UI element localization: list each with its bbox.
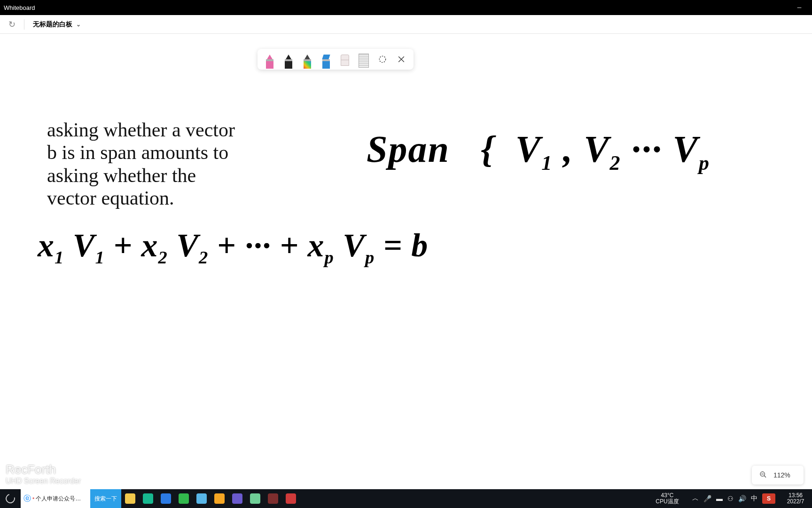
typed-text-block[interactable]: asking whether a vector b is in span amo… bbox=[47, 119, 291, 209]
clock-date: 2022/7 bbox=[787, 499, 804, 505]
ie-task-label: 个人申请公众号… bbox=[36, 495, 81, 503]
task-app5-icon[interactable] bbox=[211, 493, 228, 504]
board-name-dropdown[interactable]: 无标题的白板 ⌄ bbox=[33, 20, 81, 29]
task-app6-icon[interactable] bbox=[228, 493, 246, 504]
volume-icon[interactable]: 🔊 bbox=[738, 495, 746, 502]
task-app4-icon[interactable] bbox=[193, 493, 211, 504]
wifi-icon[interactable]: ⚇ bbox=[727, 495, 734, 502]
zoom-level-label: 112% bbox=[773, 471, 790, 479]
whiteboard-canvas[interactable]: asking whether a vector b is in span amo… bbox=[0, 34, 812, 489]
redo-button[interactable]: ↻ bbox=[8, 19, 16, 30]
task-app1-icon[interactable] bbox=[139, 493, 157, 504]
task-app3-icon[interactable] bbox=[175, 493, 193, 504]
task-cam-icon[interactable] bbox=[282, 493, 300, 504]
zoom-control[interactable]: 112% bbox=[752, 466, 804, 484]
header-divider bbox=[24, 19, 24, 30]
taskbar-search[interactable]: 搜索一下 bbox=[90, 489, 121, 508]
tray-overflow-icon[interactable]: ︿ bbox=[692, 494, 699, 503]
recorder-watermark: RecForth UHD Screen Recorder bbox=[6, 462, 81, 485]
task-wechat-icon[interactable] bbox=[246, 493, 264, 504]
ie-icon: ⓔ bbox=[23, 494, 31, 504]
chevron-down-icon: ⌄ bbox=[76, 21, 81, 28]
taskbar: ⓔ • 个人申请公众号… 搜索一下 43°C CPU温度 ︿ 🎤 ▬ ⚇ 🔊 中… bbox=[0, 489, 812, 508]
taskbar-clock[interactable]: 13:56 2022/7 bbox=[779, 489, 812, 508]
board-name-label: 无标题的白板 bbox=[33, 20, 72, 29]
task-rec-icon[interactable] bbox=[264, 493, 282, 504]
start-button[interactable] bbox=[0, 489, 21, 508]
search-label: 搜索一下 bbox=[94, 495, 117, 503]
minimize-button[interactable]: ─ bbox=[792, 4, 806, 11]
ime-indicator[interactable]: 中 bbox=[751, 494, 757, 503]
task-app2-icon[interactable] bbox=[157, 493, 175, 504]
battery-icon[interactable]: ▬ bbox=[716, 495, 723, 502]
mic-icon[interactable]: 🎤 bbox=[703, 495, 711, 502]
watermark-subtitle: UHD Screen Recorder bbox=[6, 477, 81, 485]
window-title: Whiteboard bbox=[4, 4, 35, 11]
taskbar-pinned-group bbox=[121, 489, 300, 508]
temp-label: CPU温度 bbox=[656, 499, 679, 505]
window-titlebar: Whiteboard ─ bbox=[0, 0, 812, 15]
taskbar-temperature[interactable]: 43°C CPU温度 bbox=[646, 489, 688, 508]
handwriting-span-set[interactable]: Span { V1 , V2 ··· Vp bbox=[367, 128, 710, 175]
task-files-icon[interactable] bbox=[121, 493, 139, 504]
watermark-title: RecForth bbox=[6, 462, 81, 477]
handwriting-equation[interactable]: x1 V1 + x2 V2 + ··· + xp Vp = b bbox=[38, 227, 428, 268]
ime-brand-icon[interactable]: S bbox=[762, 493, 775, 504]
system-tray: ︿ 🎤 ▬ ⚇ 🔊 中 S bbox=[688, 489, 779, 508]
zoom-out-icon[interactable] bbox=[759, 471, 767, 480]
app-header: ↻ 无标题的白板 ⌄ bbox=[0, 15, 812, 34]
taskbar-ie-task[interactable]: ⓔ • 个人申请公众号… bbox=[21, 489, 90, 508]
